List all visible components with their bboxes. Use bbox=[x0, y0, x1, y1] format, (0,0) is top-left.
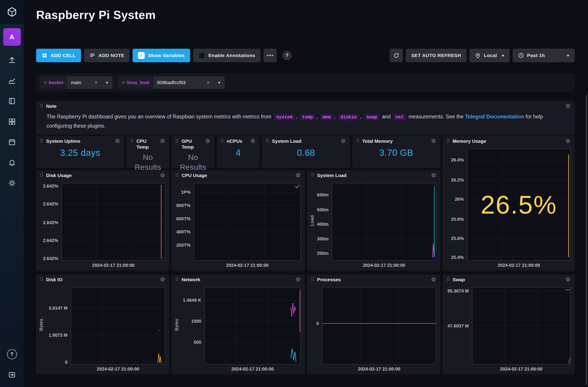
clear-icon[interactable]: × bbox=[94, 79, 98, 86]
more-options-button[interactable]: ⋯ bbox=[264, 49, 277, 62]
drag-handle-icon[interactable]: ⠿ bbox=[175, 173, 179, 178]
gear-icon[interactable] bbox=[160, 173, 165, 178]
drag-handle-icon[interactable]: ⠿ bbox=[40, 277, 43, 283]
gear-icon[interactable] bbox=[431, 277, 436, 282]
dashboards-icon[interactable] bbox=[6, 115, 18, 128]
note-text: and bbox=[382, 114, 391, 119]
note-text: measurements. See the bbox=[408, 114, 463, 119]
x-axis-label: 2024-02-17 21:00:00 bbox=[467, 261, 571, 271]
separator: , bbox=[296, 114, 297, 119]
drag-handle-icon[interactable]: ⠿ bbox=[311, 173, 314, 178]
x-axis-label: 2024-02-17 21:00:00 bbox=[62, 261, 165, 271]
drag-handle-icon[interactable]: ⠿ bbox=[40, 103, 43, 109]
drag-handle-icon[interactable]: ⠿ bbox=[220, 138, 224, 144]
ellipsis-icon: ⋯ bbox=[267, 52, 274, 59]
show-variables-toggle[interactable]: ✓ Show Variables bbox=[133, 49, 190, 62]
y-axis-ticks: 2.642%2.642%2.642%2.642%2.642% bbox=[39, 183, 61, 261]
cell-title: Disk Usage bbox=[46, 173, 72, 178]
notebooks-icon[interactable] bbox=[6, 95, 18, 107]
variable-bucket-caret[interactable]: ▾ bbox=[101, 76, 112, 89]
drag-handle-icon[interactable]: ⠿ bbox=[175, 138, 179, 144]
influxdb-logo-icon[interactable] bbox=[0, 0, 24, 24]
variable-bucket-chip[interactable]: ≡ bucket bbox=[40, 76, 67, 89]
gear-icon[interactable] bbox=[160, 138, 165, 144]
refresh-button[interactable] bbox=[390, 49, 403, 62]
note-cell: ⠿ Note The Raspberry Pi dashboard gives … bbox=[36, 101, 575, 135]
clear-icon[interactable]: × bbox=[207, 79, 210, 86]
variable-value-text: main bbox=[71, 80, 81, 85]
single-stat: No Results bbox=[172, 151, 214, 172]
scrollbar-thumb[interactable] bbox=[586, 95, 587, 385]
separator: , bbox=[334, 114, 336, 119]
drag-handle-icon[interactable]: ⠿ bbox=[266, 138, 269, 144]
add-note-button[interactable]: ADD NOTE bbox=[84, 49, 130, 62]
variable-linux-host-chip[interactable]: ≡ linux_host bbox=[118, 76, 154, 89]
variable-bucket-value[interactable]: main × bbox=[67, 76, 101, 89]
set-auto-refresh-button[interactable]: SET AUTO REFRESH bbox=[406, 49, 466, 62]
chart-memory-usage: 26.4%26.2%26%25.8%25.6%25.4% 26.5% 2024-… bbox=[442, 146, 575, 271]
timezone-dropdown[interactable]: Local ▾ bbox=[469, 49, 510, 62]
enable-annotations-toggle[interactable]: Enable Annotations bbox=[193, 49, 261, 62]
gear-icon[interactable] bbox=[160, 277, 165, 282]
load-data-upload-icon[interactable] bbox=[6, 54, 18, 66]
help-icon[interactable]: ? bbox=[6, 348, 18, 361]
checkbox-checked-icon[interactable]: ✓ bbox=[138, 52, 145, 59]
drag-handle-icon[interactable]: ⠿ bbox=[446, 138, 450, 144]
settings-gear-icon[interactable] bbox=[6, 177, 18, 190]
plot-area[interactable] bbox=[204, 287, 301, 365]
tasks-calendar-icon[interactable] bbox=[6, 136, 18, 148]
plot-area[interactable] bbox=[332, 183, 436, 261]
cell-system-uptime: ⠿System Uptime 3.25 days bbox=[36, 136, 124, 168]
drag-handle-icon[interactable]: ⠿ bbox=[175, 277, 179, 283]
stat-value: No Results bbox=[176, 152, 210, 172]
drag-handle-icon[interactable]: ⠿ bbox=[40, 138, 43, 144]
plot-area[interactable] bbox=[322, 287, 436, 365]
variable-linux-host: ≡ linux_host 8086adfccf93 × ▾ bbox=[118, 76, 225, 89]
gear-icon[interactable] bbox=[205, 138, 210, 144]
drag-handle-icon[interactable]: ⠿ bbox=[311, 277, 314, 283]
plot-area[interactable] bbox=[472, 287, 571, 365]
gear-icon[interactable] bbox=[565, 138, 571, 144]
drag-handle-icon[interactable]: ⠿ bbox=[130, 138, 134, 144]
telegraf-documentation-link[interactable]: Telegraf Documentation bbox=[465, 114, 524, 119]
x-axis-label: 2024-02-17 21:00:00 bbox=[322, 365, 436, 374]
chart-svg bbox=[194, 183, 300, 260]
add-cell-button[interactable]: ADD CELL bbox=[36, 49, 81, 62]
help-button[interactable]: ? bbox=[282, 51, 292, 60]
chart-svg bbox=[332, 183, 436, 260]
timezone-label: Local bbox=[484, 53, 497, 58]
presentation-mode-icon[interactable] bbox=[6, 368, 18, 381]
gear-icon[interactable] bbox=[431, 138, 436, 144]
gear-icon[interactable] bbox=[115, 138, 120, 144]
y-axis-ticks: 600m500m400m300m200m bbox=[315, 183, 331, 261]
variable-linux-host-value[interactable]: 8086adfccf93 × bbox=[154, 76, 213, 89]
gear-icon[interactable] bbox=[250, 138, 256, 144]
sidebar-nav: A bbox=[0, 24, 24, 190]
drag-handle-icon[interactable]: ⠿ bbox=[446, 277, 450, 283]
gear-icon[interactable] bbox=[295, 277, 301, 282]
gear-icon[interactable] bbox=[295, 173, 301, 178]
gear-icon[interactable] bbox=[340, 138, 346, 144]
cell-title: System Load bbox=[317, 173, 347, 178]
gear-icon[interactable] bbox=[431, 173, 436, 178]
account-avatar[interactable]: A bbox=[3, 28, 21, 46]
cell-disk-io: ⠿Disk IO Bytes 3.8147 M1.9073 M0 2024-02… bbox=[36, 274, 169, 374]
plot-area[interactable] bbox=[194, 183, 301, 261]
time-range-dropdown[interactable]: Past 1h ▾ bbox=[513, 49, 575, 62]
gear-icon[interactable] bbox=[565, 277, 571, 282]
drag-handle-icon[interactable]: ⠿ bbox=[40, 173, 43, 178]
plot-area[interactable] bbox=[71, 287, 165, 365]
y-axis-title: Bytes bbox=[38, 285, 44, 365]
plot-area[interactable]: 26.5% bbox=[467, 149, 571, 261]
data-explorer-graph-icon[interactable] bbox=[6, 74, 18, 87]
note-body: The Raspberry Pi dashboard gives you an … bbox=[36, 111, 575, 130]
plot-area[interactable] bbox=[62, 183, 165, 261]
gear-icon[interactable] bbox=[565, 103, 571, 109]
y-axis-title: Load bbox=[309, 181, 315, 261]
alerts-bell-icon[interactable] bbox=[6, 156, 18, 169]
checkbox-unchecked-icon[interactable] bbox=[198, 52, 205, 59]
cell-network: ⠿Network Bytes 1.4648 K1000500 2024-02-1… bbox=[172, 274, 305, 374]
cell-system-load-stat: ⠿System Load 0.68 bbox=[262, 136, 350, 168]
drag-handle-icon[interactable]: ⠿ bbox=[356, 138, 359, 144]
variable-linux-host-caret[interactable]: ▾ bbox=[213, 76, 225, 89]
